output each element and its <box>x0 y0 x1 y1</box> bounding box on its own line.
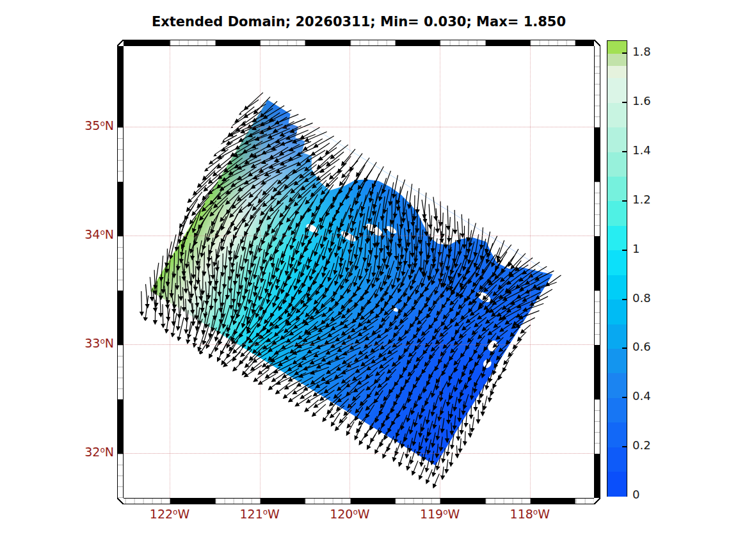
colorbar-tick <box>622 446 627 447</box>
plot-area <box>124 46 594 498</box>
flow-arrow <box>374 282 383 295</box>
flow-arrow <box>214 138 232 159</box>
flow-arrow <box>273 251 287 269</box>
flow-arrow <box>508 333 515 343</box>
flow-arrow <box>465 356 472 367</box>
flow-arrow <box>431 414 440 426</box>
flow-arrow <box>435 377 442 387</box>
colorbar-band <box>607 102 627 127</box>
flow-arrow <box>357 349 367 363</box>
flow-arrow <box>260 184 273 203</box>
flow-arrow <box>309 195 318 210</box>
flow-arrow <box>433 261 449 280</box>
flow-arrow <box>428 286 437 300</box>
colorbar-band <box>607 397 627 422</box>
flow-arrow <box>471 399 479 408</box>
flow-arrow <box>322 252 334 268</box>
flow-arrow <box>156 285 175 305</box>
flow-arrow <box>223 347 234 363</box>
flow-arrow <box>209 260 227 282</box>
flow-arrow <box>232 197 246 218</box>
flow-arrow <box>426 353 435 365</box>
flow-arrow <box>212 195 228 217</box>
flow-arrow <box>486 388 495 399</box>
colorbar-band <box>607 78 627 103</box>
flow-arrow <box>381 344 390 357</box>
flow-arrow <box>182 292 200 311</box>
flow-arrow <box>350 287 358 300</box>
flow-arrow <box>414 296 421 308</box>
gridline-lon-118W <box>530 46 531 498</box>
flow-arrow <box>358 419 365 431</box>
flow-arrow <box>444 441 453 453</box>
colorbar-tick-label: 1 <box>632 242 639 255</box>
flow-arrow <box>437 436 446 448</box>
flow-arrow <box>406 302 417 317</box>
flow-arrow <box>410 382 417 394</box>
flow-arrow <box>446 355 453 366</box>
flow-arrow <box>420 271 430 284</box>
gridline-lon-122W <box>170 46 170 498</box>
colorbar-tick <box>622 250 627 251</box>
flow-arrow <box>349 394 360 408</box>
flow-arrow <box>475 373 482 384</box>
flow-arrow <box>515 310 528 326</box>
flow-arrow <box>236 209 249 229</box>
colorbar-band <box>607 176 627 201</box>
flow-arrow <box>296 188 311 207</box>
colorbar-band <box>607 324 627 349</box>
flow-arrow <box>325 408 333 420</box>
flow-arrow <box>442 323 452 337</box>
colorbar-band <box>607 225 627 250</box>
flow-arrow <box>395 334 406 348</box>
flow-arrow <box>132 291 151 313</box>
flow-arrow <box>319 259 332 274</box>
flow-arrow <box>368 435 376 447</box>
flow-arrow <box>396 305 405 318</box>
flow-arrow <box>400 269 410 284</box>
flow-arrow <box>480 327 489 339</box>
flow-arrow <box>408 274 419 287</box>
flow-arrow <box>229 292 245 310</box>
flow-arrow <box>252 140 270 161</box>
flow-arrow <box>403 281 412 294</box>
flow-arrow <box>425 440 435 452</box>
flow-arrow <box>252 200 264 218</box>
flow-arrow <box>368 396 379 410</box>
flow-arrow <box>246 90 263 111</box>
flow-arrow <box>424 458 433 469</box>
flow-arrow <box>283 267 295 284</box>
frame-corner-miter <box>594 498 600 504</box>
flow-arrow <box>338 242 351 259</box>
flow-arrow <box>415 278 424 292</box>
flow-arrow <box>419 329 429 342</box>
flow-arrow <box>182 322 198 341</box>
flow-arrow <box>269 200 284 220</box>
flow-arrow <box>319 326 332 342</box>
flow-arrow <box>387 194 405 215</box>
flow-arrow <box>416 337 424 349</box>
flow-arrow <box>467 406 476 416</box>
flow-arrow <box>295 351 308 365</box>
flow-arrow <box>456 332 467 345</box>
flow-arrow <box>472 246 486 264</box>
flow-arrow <box>275 262 288 280</box>
flow-arrow <box>302 201 314 218</box>
flow-arrow <box>246 99 266 122</box>
flow-arrow <box>418 319 426 330</box>
flow-arrow <box>209 339 220 356</box>
flow-arrow <box>390 331 399 343</box>
flow-arrow <box>428 305 435 316</box>
flow-arrow <box>488 351 495 361</box>
flow-arrow <box>340 388 353 404</box>
flow-arrow <box>337 212 349 229</box>
flow-arrow <box>372 300 380 312</box>
flow-arrow <box>405 359 412 370</box>
flow-arrow <box>307 301 319 317</box>
flow-arrow <box>157 248 177 269</box>
flow-arrow <box>389 360 400 374</box>
flow-arrow <box>415 442 424 452</box>
flow-arrow <box>419 465 427 477</box>
flow-arrow <box>412 314 419 326</box>
flow-arrow <box>265 188 281 208</box>
